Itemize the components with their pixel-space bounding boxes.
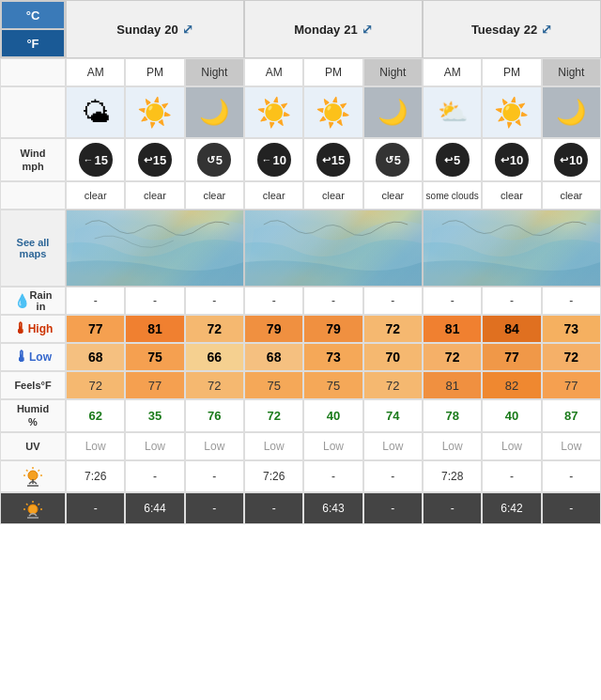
- sunday-expand-icon[interactable]: ⤢: [182, 22, 193, 37]
- sunday-number: 20: [164, 23, 177, 37]
- wind-label: Windmph: [0, 138, 66, 181]
- mon-night-icon-cell: 🌙: [363, 86, 423, 138]
- sun-am-humid: 62: [66, 399, 125, 432]
- mon-pm-high: 79: [303, 315, 362, 343]
- tue-pm-wind: ↩10: [482, 138, 541, 181]
- mon-night-low: 70: [363, 343, 423, 371]
- sun-pm-icon-cell: ☀️: [125, 86, 184, 138]
- mon-pm-rain: -: [303, 287, 362, 315]
- sun-sunset-dash: -: [66, 492, 125, 524]
- sun-sunrise: 7:26: [66, 460, 125, 492]
- tue-am-condition: some clouds: [423, 181, 482, 210]
- tue-pm-uv: Low: [482, 432, 541, 460]
- sun-am-feels: 72: [66, 371, 125, 399]
- tue-am-rain: -: [423, 287, 482, 315]
- mon-night-feels: 72: [363, 371, 423, 399]
- icon-row-label: [0, 86, 66, 138]
- mon-pm-humid: 40: [303, 399, 362, 432]
- fahrenheit-button[interactable]: °F: [1, 29, 65, 57]
- mon-am-feels: 75: [244, 371, 303, 399]
- sun-night-sunrise-dash: -: [185, 460, 244, 492]
- mon-am-high: 79: [244, 315, 303, 343]
- tue-am-feels: 81: [423, 371, 482, 399]
- sun-night-feels: 72: [185, 371, 244, 399]
- sun-pm-wind: ↩15: [125, 138, 184, 181]
- mon-am-low: 68: [244, 343, 303, 371]
- svg-line-2: [39, 470, 40, 472]
- mon-night-icon: 🌙: [378, 98, 408, 127]
- mon-am-icon: ☀️: [256, 96, 291, 129]
- tue-am-wind: ↩5: [423, 138, 482, 181]
- tue-am-sunrise-dash: -: [482, 460, 541, 492]
- tue-pm-feels: 82: [482, 371, 541, 399]
- sunrise-label: [0, 460, 66, 492]
- humid-label: Humid%: [0, 399, 66, 432]
- tue-night-wind: ↩10: [542, 138, 601, 181]
- tue-am-label: AM: [423, 58, 482, 86]
- mon-night-uv: Low: [363, 432, 423, 460]
- tue-night-sunrise-dash: -: [542, 460, 601, 492]
- mon-pm-wind: ↩15: [303, 138, 362, 181]
- tue-sunrise: 7:28: [423, 460, 482, 492]
- sun-am-icon-cell: 🌤: [66, 86, 125, 138]
- tue-am-uv: Low: [423, 432, 482, 460]
- svg-line-10: [39, 504, 40, 506]
- sun-pm-low: 75: [125, 343, 184, 371]
- sun-pm-feels: 77: [125, 371, 184, 399]
- tue-night-high: 73: [542, 315, 601, 343]
- mon-night-condition: clear: [363, 181, 423, 210]
- mon-am-condition: clear: [244, 181, 303, 210]
- sunday-header: Sunday 20 ⤢: [66, 0, 244, 58]
- tue-am-icon-cell: ⛅: [423, 86, 482, 138]
- tue-pm-icon: ☀️: [494, 96, 529, 129]
- mon-night-sunset-dash: -: [363, 492, 423, 524]
- tue-pm-icon-cell: ☀️: [482, 86, 541, 138]
- tue-night-label: Night: [542, 58, 601, 86]
- tuesday-label: Tuesday: [471, 23, 520, 37]
- tue-night-condition: clear: [542, 181, 601, 210]
- tue-pm-high: 84: [482, 315, 541, 343]
- monday-header: Monday 21 ⤢: [244, 0, 423, 58]
- rain-label: 💧 Rainin: [0, 287, 66, 315]
- sunday-map[interactable]: [66, 210, 244, 287]
- tue-am-low: 72: [423, 343, 482, 371]
- tue-pm-rain: -: [482, 287, 541, 315]
- mon-pm-low: 73: [303, 343, 362, 371]
- tuesday-expand-icon[interactable]: ⤢: [541, 22, 552, 37]
- svg-point-8: [28, 505, 38, 514]
- sun-night-humid: 76: [185, 399, 244, 432]
- mon-pm-icon-cell: ☀️: [303, 86, 362, 138]
- tue-night-icon-cell: 🌙: [542, 86, 601, 138]
- sun-night-sunset-dash: -: [185, 492, 244, 524]
- svg-line-5: [26, 470, 28, 472]
- see-all-maps-button[interactable]: See allmaps: [0, 210, 66, 287]
- mon-night-humid: 74: [363, 399, 423, 432]
- sun-night-uv: Low: [185, 432, 244, 460]
- mon-night-wind: ↺5: [363, 138, 423, 181]
- monday-label: Monday: [294, 23, 340, 37]
- sunset-label: [0, 492, 66, 524]
- celsius-button[interactable]: °C: [1, 1, 65, 29]
- sun-night-high: 72: [185, 315, 244, 343]
- tuesday-map[interactable]: [423, 210, 601, 287]
- mon-pm-feels: 75: [303, 371, 362, 399]
- tue-pm-condition: clear: [482, 181, 541, 210]
- high-label: 🌡 High: [0, 315, 66, 343]
- sun-night-condition: clear: [185, 181, 244, 210]
- monday-map[interactable]: [244, 210, 423, 287]
- mon-am-icon-cell: ☀️: [244, 86, 303, 138]
- tue-pm-low: 77: [482, 343, 541, 371]
- sun-night-icon: 🌙: [199, 98, 229, 127]
- sun-am-icon: 🌤: [82, 97, 110, 129]
- sun-pm-condition: clear: [125, 181, 184, 210]
- mon-night-rain: -: [363, 287, 423, 315]
- sun-pm-uv: Low: [125, 432, 184, 460]
- sun-night-low: 66: [185, 343, 244, 371]
- tue-pm-humid: 40: [482, 399, 541, 432]
- mon-sunset-dash: -: [244, 492, 303, 524]
- sun-pm-humid: 35: [125, 399, 184, 432]
- monday-expand-icon[interactable]: ⤢: [362, 22, 373, 37]
- sun-am-high: 77: [66, 315, 125, 343]
- sun-pm-label: PM: [125, 58, 184, 86]
- mon-night-high: 72: [363, 315, 423, 343]
